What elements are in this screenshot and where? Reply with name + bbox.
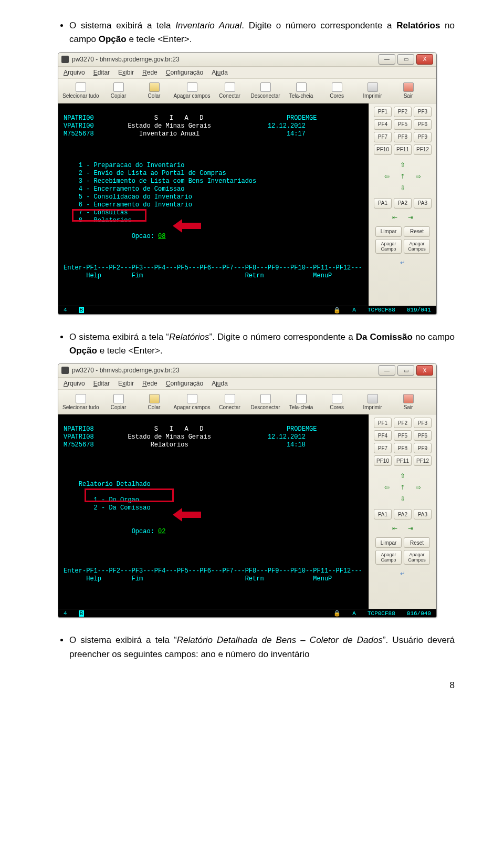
tb-copiar-2[interactable]: Copiar: [102, 394, 135, 410]
close-button[interactable]: X: [416, 54, 433, 65]
key2-up[interactable]: ⇧: [396, 471, 410, 481]
tb-sair[interactable]: Sair: [392, 82, 425, 99]
tb-sair-2[interactable]: Sair: [392, 394, 425, 410]
key2-pf6[interactable]: PF6: [414, 430, 432, 441]
key-pf5[interactable]: PF5: [394, 119, 412, 130]
menu-config-2[interactable]: Configuração: [166, 380, 203, 387]
menu-editar[interactable]: Editar: [93, 69, 110, 76]
key2-pa1[interactable]: PA1: [374, 509, 392, 519]
key-down[interactable]: ⇩: [396, 183, 410, 193]
key2-pf11[interactable]: PF11: [394, 455, 412, 466]
key2-down[interactable]: ⇩: [396, 494, 410, 504]
key-pf6[interactable]: PF6: [414, 119, 432, 130]
key-pf8[interactable]: PF8: [394, 132, 412, 142]
tb-selecionar-2[interactable]: Selecionar tudo: [62, 394, 99, 410]
key2-left[interactable]: ⇦: [380, 483, 394, 492]
key-apagar-campos[interactable]: Apagar Campos: [404, 239, 430, 254]
key-tab-fwd[interactable]: ⇥: [404, 213, 417, 222]
key2-enter[interactable]: ↵: [396, 569, 410, 578]
t1-l2c: 12.12.2012: [268, 122, 306, 130]
key-left[interactable]: ⇦: [380, 172, 394, 181]
key2-reset[interactable]: Reset: [404, 537, 430, 548]
key-enter[interactable]: ↵: [396, 258, 410, 267]
tb-selecionar[interactable]: Selecionar tudo: [62, 82, 99, 99]
key-home[interactable]: ⤒: [396, 172, 410, 181]
menu-rede[interactable]: Rede: [142, 69, 158, 76]
key-pf1[interactable]: PF1: [374, 107, 392, 117]
tb-cores[interactable]: Cores: [321, 82, 353, 99]
key-pf10[interactable]: PF10: [374, 144, 392, 155]
menu-exibir[interactable]: Exibir: [118, 69, 134, 76]
tb-colar[interactable]: Colar: [138, 82, 171, 99]
status-b: B: [79, 307, 85, 313]
key2-pa3[interactable]: PA3: [414, 509, 432, 519]
key2-tab-fwd[interactable]: ⇥: [404, 524, 417, 533]
key-pa1[interactable]: PA1: [374, 198, 392, 209]
menu-config[interactable]: Configuração: [166, 69, 203, 76]
tb-col-label-2: Colar: [148, 404, 161, 410]
tb-colar-2[interactable]: Colar: [138, 394, 171, 410]
terminal-1[interactable]: NPATRI00 S I A D PRODEMGE VPATRI00 Estad…: [58, 103, 369, 306]
key-right[interactable]: ⇨: [412, 172, 425, 181]
key-pf3[interactable]: PF3: [414, 107, 432, 117]
tb-apagar[interactable]: Apagar campos: [174, 82, 211, 99]
key-pf2[interactable]: PF2: [394, 107, 412, 117]
terminal-2[interactable]: NPATRI08 S I A D PRODEMGE VPATRI08 Estad…: [58, 414, 369, 609]
tb-imprimir[interactable]: Imprimir: [356, 82, 389, 99]
key2-home[interactable]: ⤒: [396, 483, 410, 492]
key-pf11[interactable]: PF11: [394, 144, 412, 155]
key2-apagar-campos[interactable]: Apagar Campos: [404, 550, 430, 565]
menu-arquivo[interactable]: Arquivo: [64, 69, 85, 76]
tb-copiar[interactable]: Copiar: [102, 82, 135, 99]
key-pf4[interactable]: PF4: [374, 119, 392, 130]
key-pa3[interactable]: PA3: [414, 198, 432, 209]
menu-ajuda[interactable]: Ajuda: [212, 69, 228, 76]
key2-pf9[interactable]: PF9: [414, 443, 432, 453]
key2-pf4[interactable]: PF4: [374, 430, 392, 441]
key-pa2[interactable]: PA2: [394, 198, 412, 209]
tb-conectar[interactable]: Conectar: [214, 82, 246, 99]
key-tab-back[interactable]: ⇤: [388, 213, 402, 222]
tb-tela[interactable]: Tela-cheia: [285, 82, 318, 99]
key2-tab-back[interactable]: ⇤: [388, 524, 402, 533]
key2-pf1[interactable]: PF1: [374, 418, 392, 428]
key-up[interactable]: ⇧: [396, 160, 410, 170]
menu-arquivo-2[interactable]: Arquivo: [64, 380, 85, 387]
menu-exibir-2[interactable]: Exibir: [118, 380, 134, 387]
window-buttons-2: — ▭ X: [379, 365, 433, 376]
t2-opc-val[interactable]: 02: [158, 528, 165, 535]
key2-pf2[interactable]: PF2: [394, 418, 412, 428]
close-button-2[interactable]: X: [416, 365, 433, 376]
t1-opc-val[interactable]: 08: [158, 233, 165, 240]
minimize-button-2[interactable]: —: [379, 365, 395, 376]
key2-pa2[interactable]: PA2: [394, 509, 412, 519]
key2-pf8[interactable]: PF8: [394, 443, 412, 453]
key2-limpar[interactable]: Limpar: [375, 537, 402, 548]
key-pf12[interactable]: PF12: [414, 144, 432, 155]
key2-pf3[interactable]: PF3: [414, 418, 432, 428]
key2-right[interactable]: ⇨: [412, 483, 425, 492]
key-pf9[interactable]: PF9: [414, 132, 432, 142]
tb-desconectar-2[interactable]: Desconectar: [249, 394, 282, 410]
menu-ajuda-2[interactable]: Ajuda: [212, 380, 228, 387]
menu-editar-2[interactable]: Editar: [93, 380, 110, 387]
key2-pf10[interactable]: PF10: [374, 455, 392, 466]
menu-rede-2[interactable]: Rede: [142, 380, 158, 387]
maximize-button-2[interactable]: ▭: [397, 365, 414, 376]
key-pf7[interactable]: PF7: [374, 132, 392, 142]
key-reset[interactable]: Reset: [404, 226, 430, 237]
key-limpar[interactable]: Limpar: [375, 226, 402, 237]
tb-cores-2[interactable]: Cores: [321, 394, 353, 410]
key2-pf12[interactable]: PF12: [414, 455, 432, 466]
tb-imprimir-2[interactable]: Imprimir: [356, 394, 389, 410]
minimize-button[interactable]: —: [379, 54, 395, 65]
key-apagar-campo[interactable]: Apagar Campo: [375, 239, 402, 254]
maximize-button[interactable]: ▭: [397, 54, 414, 65]
tb-tela-2[interactable]: Tela-cheia: [285, 394, 318, 410]
key2-pf7[interactable]: PF7: [374, 443, 392, 453]
tb-apagar-2[interactable]: Apagar campos: [174, 394, 211, 410]
tb-conectar-2[interactable]: Conectar: [214, 394, 246, 410]
key2-apagar-campo[interactable]: Apagar Campo: [375, 550, 402, 565]
tb-desconectar[interactable]: Desconectar: [249, 82, 282, 99]
key2-pf5[interactable]: PF5: [394, 430, 412, 441]
